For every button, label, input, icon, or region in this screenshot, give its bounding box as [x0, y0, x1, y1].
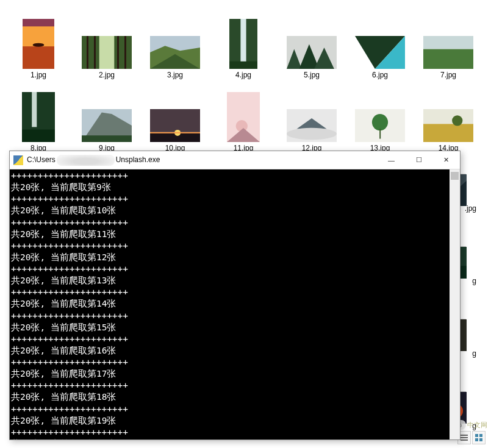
- thumbnail-image: [150, 36, 200, 69]
- svg-point-39: [287, 128, 337, 140]
- svg-rect-43: [423, 109, 473, 124]
- file-thumbnail[interactable]: 12.jpg: [278, 80, 345, 152]
- svg-rect-22: [423, 36, 473, 49]
- file-thumbnail[interactable]: 4.jpg: [210, 7, 277, 79]
- window-title: C:\UsersUnsplash.exe: [27, 155, 378, 166]
- console-line: 共20张, 当前爬取第18张: [11, 391, 459, 403]
- console-line: ++++++++++++++++++++++: [11, 263, 459, 275]
- svg-rect-33: [150, 132, 200, 133]
- svg-rect-26: [22, 130, 55, 143]
- svg-rect-25: [32, 92, 37, 127]
- console-line: 共20张, 当前爬取第15张: [11, 322, 459, 333]
- svg-rect-58: [461, 439, 468, 441]
- file-name: 7.jpg: [440, 71, 456, 79]
- console-line: 共20张, 当前爬取第9张: [11, 182, 459, 193]
- svg-rect-6: [87, 36, 88, 69]
- file-thumbnail[interactable]: 3.jpg: [142, 7, 209, 79]
- svg-rect-60: [479, 434, 482, 437]
- file-thumbnail[interactable]: 13.jpg: [346, 80, 414, 152]
- thumbnail-image: [423, 109, 473, 142]
- thumbnail-image: [22, 92, 55, 142]
- view-controls: [457, 431, 486, 444]
- title-suffix: Unsplash.exe: [116, 155, 160, 164]
- file-name: 6.jpg: [372, 71, 388, 79]
- file-thumbnail[interactable]: 9.jpg: [73, 80, 140, 152]
- thumbnail-image: [355, 36, 405, 69]
- file-thumbnail[interactable]: 8.jpg: [5, 80, 72, 152]
- svg-rect-23: [423, 49, 473, 69]
- maximize-button[interactable]: ☐: [405, 151, 432, 169]
- svg-point-45: [452, 115, 462, 126]
- thumbnail-image: [23, 19, 54, 69]
- console-output[interactable]: ++++++++++++++++++++++共20张, 当前爬取第9张+++++…: [10, 169, 460, 439]
- file-name: 5.jpg: [304, 71, 320, 79]
- file-name: 2.jpg: [99, 71, 115, 79]
- console-line: 共20张, 当前爬取第12张: [11, 252, 459, 263]
- title-prefix: C:\Users: [27, 155, 56, 164]
- console-line: 共20张, 当前爬取第20张: [11, 438, 459, 439]
- thumbnail-image: [82, 109, 132, 142]
- thumbnail-image: [82, 36, 132, 69]
- file-name: 1.jpg: [30, 71, 46, 79]
- file-thumbnail[interactable]: 6.jpg: [346, 7, 414, 79]
- svg-rect-8: [124, 36, 126, 69]
- console-line: 共20张, 当前爬取第13张: [11, 275, 459, 286]
- titlebar[interactable]: C:\UsersUnsplash.exe — ☐ ✕: [10, 151, 460, 169]
- console-line: ++++++++++++++++++++++: [11, 310, 459, 322]
- file-thumbnail[interactable]: 1.jpg: [5, 7, 72, 79]
- console-line: ++++++++++++++++++++++: [11, 240, 459, 252]
- console-line: ++++++++++++++++++++++: [11, 380, 459, 391]
- svg-point-41: [372, 114, 388, 130]
- minimize-button[interactable]: —: [378, 151, 405, 169]
- console-line: 共20张, 当前爬取第19张: [11, 415, 459, 427]
- thumbnail-image: [150, 109, 200, 142]
- svg-rect-57: [461, 437, 468, 438]
- file-thumbnail[interactable]: 10.jpg: [142, 80, 209, 152]
- thumbnail-image: [423, 36, 473, 69]
- file-thumbnail[interactable]: 14.jpg: [415, 80, 482, 152]
- svg-rect-42: [379, 129, 381, 138]
- thumbnail-row: 8.jpg9.jpg10.jpg11.jpg12.jpg13.jpg14.jpg: [5, 80, 486, 154]
- redacted-path: [57, 155, 115, 166]
- svg-rect-9: [117, 36, 119, 69]
- svg-point-2: [33, 43, 45, 47]
- app-icon: [13, 155, 23, 165]
- file-thumbnail[interactable]: 5.jpg: [278, 7, 345, 79]
- window-controls: — ☐ ✕: [378, 151, 460, 169]
- console-window: C:\UsersUnsplash.exe — ☐ ✕ +++++++++++++…: [9, 151, 461, 440]
- svg-rect-44: [423, 124, 473, 142]
- file-thumbnail[interactable]: 2.jpg: [73, 7, 140, 79]
- svg-rect-59: [475, 434, 478, 437]
- console-line: ++++++++++++++++++++++: [11, 193, 459, 205]
- svg-rect-7: [94, 36, 96, 69]
- console-line: ++++++++++++++++++++++: [11, 286, 459, 298]
- svg-rect-62: [479, 438, 482, 441]
- console-line: 共20张, 当前爬取第16张: [11, 345, 459, 357]
- file-thumbnail[interactable]: 7.jpg: [415, 7, 482, 79]
- file-name: 4.jpg: [235, 71, 251, 79]
- watermark-text: 中文网: [467, 421, 487, 430]
- svg-rect-1: [23, 46, 54, 69]
- svg-rect-29: [82, 135, 132, 142]
- svg-rect-15: [229, 62, 257, 69]
- thumbnail-image: [227, 92, 260, 142]
- console-line: 共20张, 当前爬取第11张: [11, 229, 459, 240]
- console-line: ++++++++++++++++++++++: [11, 217, 459, 229]
- svg-rect-30: [150, 109, 200, 132]
- console-line: ++++++++++++++++++++++: [11, 170, 459, 182]
- thumbnail-image: [355, 109, 405, 142]
- close-button[interactable]: ✕: [432, 151, 460, 169]
- thumbnail-row: 1.jpg2.jpg3.jpg4.jpg5.jpg6.jpg7.jpg: [5, 7, 486, 80]
- file-thumbnail[interactable]: 11.jpg: [210, 80, 277, 152]
- console-line: ++++++++++++++++++++++: [11, 357, 459, 368]
- svg-rect-3: [23, 19, 54, 26]
- thumbnail-image: [287, 109, 337, 142]
- svg-rect-5: [99, 36, 115, 69]
- thumbnail-image: [287, 36, 337, 69]
- console-scrollbar[interactable]: [450, 169, 460, 439]
- scrollbar-thumb[interactable]: [451, 172, 459, 180]
- view-thumbnails-button[interactable]: [472, 431, 486, 444]
- console-line: 共20张, 当前爬取第17张: [11, 368, 459, 380]
- svg-rect-61: [475, 438, 478, 441]
- svg-rect-56: [461, 435, 468, 436]
